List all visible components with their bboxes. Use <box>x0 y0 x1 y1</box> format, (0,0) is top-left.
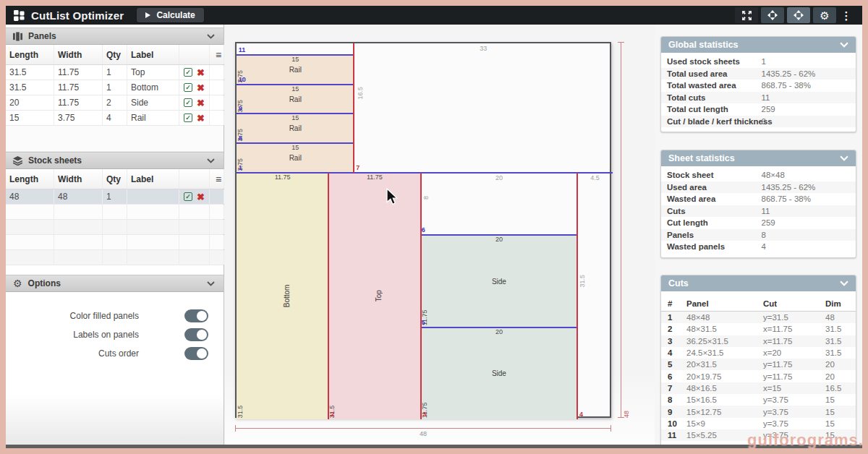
panel-bottom[interactable]: 11.7531.5Bottom <box>237 173 328 419</box>
arrange-horizontal-button[interactable] <box>761 7 784 23</box>
app-title: CutList Optimizer <box>31 9 124 22</box>
table-row[interactable]: 2011.752Side✓✖ <box>6 95 224 111</box>
stat-label: Cut length <box>667 218 762 227</box>
global-statistics-header[interactable]: Global statistics <box>661 37 856 53</box>
cell-qty: 1 <box>103 65 127 80</box>
stat-row: Cuts11 <box>661 205 856 218</box>
panel-side-2[interactable]: 2011.75Side <box>421 327 578 419</box>
chevron-down-icon[interactable] <box>840 280 848 286</box>
cut-dim-cell: 15 <box>825 419 856 428</box>
panel-rail-3[interactable]: 153.75Rail <box>237 113 354 143</box>
panel-rail-4[interactable]: 153.75Rail <box>237 143 354 173</box>
chevron-down-icon[interactable] <box>207 158 215 163</box>
table-row[interactable]: 48481✓✖ <box>6 189 224 205</box>
stat-label: Used stock sheets <box>667 57 762 66</box>
panels-table: LengthWidthQtyLabel≡31.511.751Top✓✖31.51… <box>6 45 224 152</box>
cuts-table-row: 148×48y=31.548 <box>661 312 856 323</box>
cut-panel-cell: 24.5×31.5 <box>686 348 763 357</box>
delete-icon[interactable]: ✖ <box>197 192 205 202</box>
panel-rail-2[interactable]: 153.75Rail <box>237 85 354 114</box>
confirm-icon[interactable]: ✓ <box>184 68 192 77</box>
confirm-icon[interactable]: ✓ <box>184 98 192 107</box>
option-row: Color filled panels <box>6 307 224 325</box>
stat-row: Total cut length259 <box>661 103 856 116</box>
cut-line <box>576 173 578 419</box>
sheet-statistics-header[interactable]: Sheet statistics <box>661 150 856 166</box>
cut-line <box>328 173 329 419</box>
confirm-icon[interactable]: ✓ <box>184 192 192 201</box>
chevron-down-icon[interactable] <box>840 42 848 48</box>
app-logo-icon <box>14 10 25 21</box>
delete-icon[interactable]: ✖ <box>197 98 205 108</box>
confirm-icon[interactable]: ✓ <box>184 113 192 122</box>
cut-cut-cell: y=11.75 <box>763 360 825 369</box>
cut-line <box>237 84 354 85</box>
empty-cell <box>127 250 179 265</box>
cut-number-cell: 4 <box>668 348 686 357</box>
overflow-menu-button[interactable]: ⋮ <box>839 7 854 23</box>
options-section-header[interactable]: ⚙ Options <box>6 275 224 292</box>
empty-cell <box>54 235 103 249</box>
table-menu-icon[interactable]: ≡ <box>210 169 224 189</box>
cuts-column-header: Panel <box>686 299 763 308</box>
cut-order-number: 5 <box>422 320 425 326</box>
options-gear-icon: ⚙ <box>13 278 22 288</box>
stock-sheets-section-header[interactable]: Stock sheets <box>6 152 224 169</box>
cuts-header[interactable]: Cuts <box>661 275 856 291</box>
table-menu-icon[interactable]: ≡ <box>210 45 224 64</box>
stat-value: 259 <box>762 218 856 227</box>
calculate-button[interactable]: Calculate <box>137 8 203 22</box>
chevron-down-icon[interactable] <box>207 281 215 286</box>
cuts-table-row: 248×31.5x=11.7531.5 <box>661 323 856 335</box>
cut-panel-cell: 48×48 <box>686 313 763 322</box>
cut-number-cell: 5 <box>668 360 686 369</box>
toggle-switch[interactable] <box>184 328 208 341</box>
diagram-area: 153.75Rail153.75Rail153.75Rail153.75Rail… <box>225 25 655 445</box>
cell-label <box>127 189 179 204</box>
cut-order-number: 10 <box>239 77 246 83</box>
table-row[interactable]: 31.511.751Bottom✓✖ <box>6 80 224 95</box>
panel-rail-1[interactable]: 153.75Rail <box>237 55 354 85</box>
global-statistics-card: Global statistics Used stock sheets1Tota… <box>660 36 856 132</box>
panel-name-label: Rail <box>237 143 354 173</box>
cell-label: Top <box>127 65 179 80</box>
cell-menu <box>210 80 224 95</box>
cut-order-number: 9 <box>239 106 242 112</box>
gear-icon: ⚙ <box>820 10 829 21</box>
toggle-knob <box>197 330 207 340</box>
fullscreen-button[interactable] <box>735 7 758 23</box>
column-header: Qty <box>103 169 127 189</box>
cut-dim-cell: 31.5 <box>825 337 856 346</box>
play-icon <box>145 12 150 18</box>
stat-row: Stock sheet48×48 <box>661 169 856 181</box>
stock-sheet-diagram[interactable]: 153.75Rail153.75Rail153.75Rail153.75Rail… <box>235 42 611 418</box>
toggle-switch[interactable] <box>184 347 208 360</box>
toggle-switch[interactable] <box>184 309 208 322</box>
empty-cell <box>210 220 224 234</box>
panels-section-header[interactable]: Panels <box>6 27 224 45</box>
chevron-down-icon[interactable] <box>840 155 848 161</box>
panel-side-1[interactable]: 2011.75Side <box>421 235 578 327</box>
panel-name-label: Top <box>375 173 383 419</box>
confirm-icon[interactable]: ✓ <box>184 83 192 92</box>
panel-name-label: Side <box>421 327 578 419</box>
delete-icon[interactable]: ✖ <box>197 68 205 77</box>
stat-row: Used stock sheets1 <box>661 56 856 68</box>
empty-cell <box>103 205 127 219</box>
panel-height-label: 31.5 <box>328 173 336 419</box>
stat-value: 868.75 - 38% <box>762 194 856 203</box>
delete-icon[interactable]: ✖ <box>197 113 205 123</box>
table-row[interactable]: 31.511.751Top✓✖ <box>6 65 224 80</box>
cut-order-number: 8 <box>239 135 242 142</box>
delete-icon[interactable]: ✖ <box>197 83 205 93</box>
watermark: gulforograms.org <box>747 431 862 448</box>
table-row[interactable]: 153.754Rail✓✖ <box>6 111 224 126</box>
cell-qty: 1 <box>103 189 127 204</box>
cut-number-cell: 1 <box>668 313 686 322</box>
arrange-vertical-button-active[interactable] <box>787 7 810 23</box>
right-dimension-label: 48 <box>623 42 630 418</box>
cell-label: Rail <box>127 111 179 125</box>
panel-top[interactable]: 11.7531.5Top <box>328 173 420 419</box>
settings-button[interactable]: ⚙ <box>813 7 836 23</box>
chevron-down-icon[interactable] <box>207 34 215 39</box>
